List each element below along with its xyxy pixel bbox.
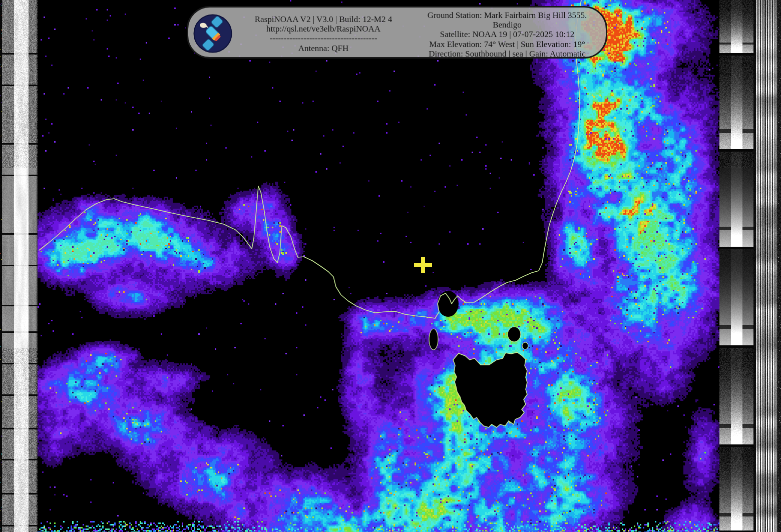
receiver-info-block: RaspiNOAA V2 | V3.0 | Build: 12-M2 4 htt… [229, 15, 418, 53]
ground-station-line: Ground Station: Mark Fairbairn Big Hill … [410, 11, 605, 20]
ground-station-city-line: Bendigo [410, 20, 605, 30]
pass-info-block: Ground Station: Mark Fairbairn Big Hill … [410, 11, 605, 59]
satellite-imagery-canvas [38, 0, 719, 532]
telemetry-bar-left [0, 0, 38, 532]
raspinoaa-logo [193, 14, 232, 53]
ground-station-marker [414, 257, 432, 273]
elevation-line: Max Elevation: 74° West | Sun Elevation:… [410, 40, 605, 49]
divider-line: -------------------------------------- [229, 34, 418, 43]
app-url-line: http://qsl.net/ve3elb/RaspiNOAA [229, 24, 418, 34]
info-overlay: RaspiNOAA V2 | V3.0 | Build: 12-M2 4 htt… [187, 6, 607, 59]
satellite-line: Satellite: NOAA 19 | 07-07-2025 10:12 [410, 30, 605, 39]
apt-satellite-capture: RaspiNOAA V2 | V3.0 | Build: 12-M2 4 htt… [0, 0, 781, 532]
satellite-icon [193, 14, 232, 53]
marker-cross-vertical [421, 257, 425, 273]
app-version-line: RaspiNOAA V2 | V3.0 | Build: 12-M2 4 [229, 15, 418, 24]
direction-line: Direction: Southbound | sea | Gain: Auto… [410, 49, 605, 59]
antenna-line: Antenna: QFH [229, 44, 418, 53]
telemetry-bar-right [719, 0, 781, 532]
